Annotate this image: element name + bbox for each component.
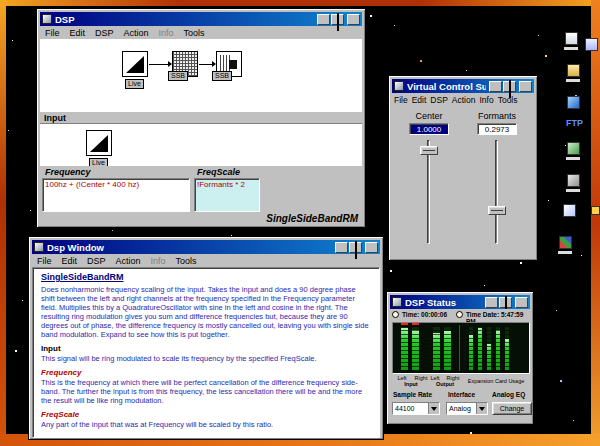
minimize-button[interactable] — [335, 242, 348, 253]
menu-action[interactable]: Action — [119, 28, 154, 38]
output-meter-label: Output — [428, 381, 462, 387]
menu-tools[interactable]: Tools — [496, 95, 520, 105]
vu-meter-panel — [392, 322, 530, 374]
menu-action[interactable]: Action — [111, 256, 146, 266]
menu-edit[interactable]: Edit — [65, 28, 91, 38]
chevron-down-icon — [479, 407, 485, 411]
expansion-meter-label: Expansion Card Usage — [462, 378, 530, 384]
maximize-button[interactable] — [499, 297, 512, 308]
center-slider-thumb[interactable] — [420, 146, 438, 155]
menu-dsp[interactable]: DSP — [428, 95, 449, 105]
vcs-titlebar[interactable]: Virtual Control Surface — [392, 79, 534, 93]
formants-slider-track[interactable] — [495, 140, 498, 244]
dsp-window-title: DSP — [55, 14, 314, 25]
doc-window-title: Dsp Window — [47, 242, 332, 253]
interface-value: Analog — [447, 403, 476, 414]
menu-tools[interactable]: Tools — [179, 28, 210, 38]
close-button[interactable] — [519, 81, 532, 92]
freqscale-param-field[interactable]: !Formants * 2 — [194, 178, 260, 212]
oscillator-block[interactable] — [122, 51, 148, 77]
status-window-title: DSP Status — [405, 297, 482, 308]
desktop-icon-2[interactable] — [580, 38, 600, 51]
app-icon — [563, 204, 576, 217]
menu-info[interactable]: Info — [477, 95, 495, 105]
menu-dsp[interactable]: DSP — [90, 28, 119, 38]
menu-edit[interactable]: Edit — [410, 95, 429, 105]
dsp-window-icon — [42, 14, 52, 24]
app-icon — [591, 206, 600, 215]
menu-file[interactable]: File — [40, 28, 65, 38]
maximize-button[interactable] — [349, 242, 362, 253]
expansion-meter-3 — [487, 326, 491, 370]
desktop-icon-9[interactable] — [584, 206, 600, 215]
ftp-icon[interactable]: FTP — [566, 118, 583, 128]
elapsed-time: Time: 00:00:06 — [402, 311, 447, 318]
menu-action[interactable]: Action — [450, 95, 478, 105]
app-icon — [567, 174, 580, 187]
formants-slider-label: Formants — [468, 111, 526, 121]
vcs-window-title: Virtual Control Surface — [407, 81, 486, 92]
formants-slider-thumb[interactable] — [488, 206, 506, 215]
freqscale-subheading: FreqScale — [41, 410, 371, 419]
change-button[interactable]: Change — [492, 402, 532, 415]
minimize-button[interactable] — [489, 81, 502, 92]
formants-value-field[interactable]: 0.2973 — [477, 123, 517, 135]
expansion-meter-1 — [469, 326, 473, 370]
desktop-icon-4[interactable] — [562, 96, 584, 109]
input-meter-label: Input — [394, 381, 428, 387]
status-titlebar[interactable]: DSP Status — [390, 295, 530, 309]
close-button[interactable] — [515, 297, 528, 308]
wire — [199, 64, 213, 65]
input-source-block[interactable] — [86, 130, 112, 156]
analog-eq-label: Analog EQ — [492, 391, 525, 398]
oscillator-icon — [87, 131, 111, 155]
maximize-icon — [355, 241, 357, 259]
menu-edit[interactable]: Edit — [57, 256, 83, 266]
status-window-icon — [392, 297, 402, 307]
desktop-icon-5[interactable] — [562, 142, 584, 160]
menu-info[interactable]: Info — [154, 28, 179, 38]
menu-file[interactable]: File — [32, 256, 57, 266]
menu-tools[interactable]: Tools — [171, 256, 202, 266]
dsp-titlebar[interactable]: DSP — [40, 12, 362, 26]
block-tag[interactable]: Live — [125, 79, 144, 89]
doc-titlebar[interactable]: Dsp Window — [32, 240, 380, 254]
dropdown-button[interactable] — [428, 403, 439, 414]
wallpaper-frame-right — [591, 0, 600, 446]
frequency-param-field[interactable]: 100hz + (!Center * 400 hz) — [42, 178, 190, 212]
center-slider-track[interactable] — [427, 140, 430, 244]
description-heading: SingleSideBandRM — [41, 272, 371, 282]
block-tag[interactable]: SSB — [212, 71, 232, 81]
clock-icon — [456, 311, 463, 318]
input-right-meter — [412, 326, 419, 370]
status-window: DSP Status Time: 00:00:06 Time Date: 5:4… — [386, 291, 534, 425]
description-text-area[interactable]: SingleSideBandRM Does nonharmonic freque… — [32, 267, 380, 438]
minimize-button[interactable] — [317, 14, 330, 25]
minimize-button[interactable] — [485, 297, 498, 308]
sample-rate-label: Sample Rate — [393, 391, 432, 398]
chevron-down-icon — [431, 407, 437, 411]
desktop-icon-6[interactable] — [562, 174, 584, 192]
input-description: This signal will be ring modulated to sc… — [41, 354, 371, 363]
block-tag[interactable]: SSB — [168, 71, 188, 81]
close-button[interactable] — [365, 242, 378, 253]
menu-info[interactable]: Info — [146, 256, 171, 266]
maximize-button[interactable] — [331, 14, 344, 25]
dsp-window: DSP File Edit DSP Action Info Tools Live — [36, 8, 366, 228]
frequency-subheading: Frequency — [41, 368, 371, 377]
dropdown-button[interactable] — [476, 403, 487, 414]
menu-file[interactable]: File — [392, 95, 410, 105]
wire — [149, 64, 169, 65]
desktop-icon-8[interactable] — [554, 236, 576, 254]
sample-rate-select[interactable]: 44100 — [392, 402, 440, 415]
desktop-icon-3[interactable] — [562, 64, 584, 82]
dsp-status-panel: Time: 00:00:06 Time Date: 5:47:59 PM Lef… — [390, 309, 530, 423]
maximize-icon — [337, 13, 339, 31]
menu-dsp[interactable]: DSP — [82, 256, 111, 266]
center-value-field[interactable]: 1.0000 — [409, 123, 449, 135]
maximize-button[interactable] — [503, 81, 516, 92]
close-button[interactable] — [347, 14, 360, 25]
desktop-icon-1[interactable] — [560, 32, 582, 50]
interface-select[interactable]: Analog — [446, 402, 488, 415]
desktop-icon-7[interactable] — [558, 204, 580, 217]
